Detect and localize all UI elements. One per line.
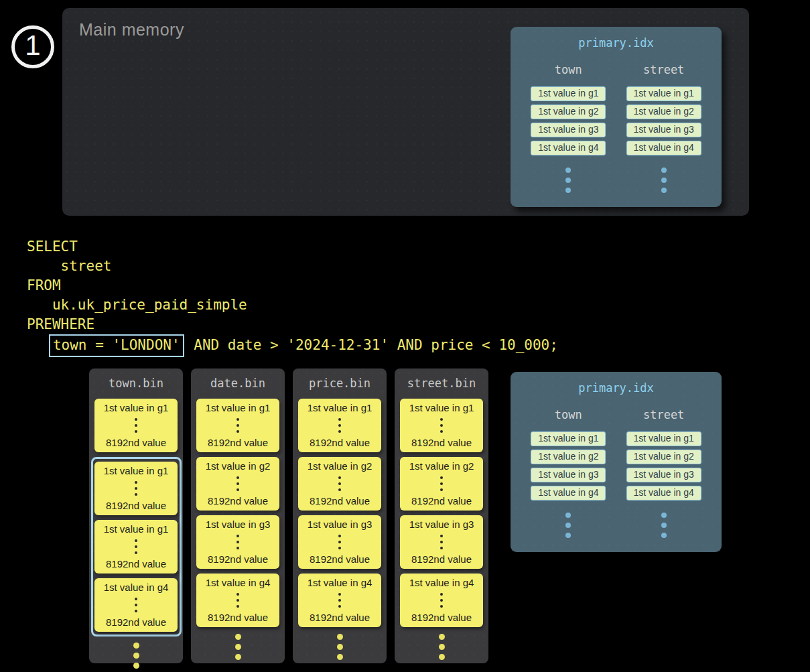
- granule-block: 1st value in g2 8192nd value: [196, 457, 279, 511]
- idx-entry: 1st value in g2: [626, 105, 701, 119]
- sql-line: SELECT: [27, 237, 558, 257]
- ellipsis-dots-icon: [565, 510, 571, 540]
- sql-line: PREWHERE: [27, 315, 558, 334]
- sql-query: SELECT street FROM uk.uk_price_paid_simp…: [27, 237, 558, 357]
- primary-idx-card-memory: primary.idx town 1st value in g1 1st val…: [511, 27, 722, 207]
- granule-first-value: 1st value in g4: [196, 577, 279, 588]
- ellipsis-dots-icon: [298, 591, 381, 609]
- idx-entry: 1st value in g4: [626, 486, 701, 500]
- granule-last-value: 8192nd value: [94, 558, 178, 569]
- idx-column-town: town 1st value in g1 1st value in g2 1st…: [531, 408, 606, 540]
- ellipsis-dots-icon: [196, 416, 279, 434]
- granule-block: 1st value in g4 8192nd value: [94, 578, 178, 632]
- granule-block: 1st value in g4 8192nd value: [196, 574, 279, 627]
- granule-first-value: 1st value in g4: [298, 577, 381, 588]
- ellipsis-dots-icon: [196, 533, 279, 551]
- bin-column-date: date.bin 1st value in g1 8192nd value 1s…: [191, 368, 285, 663]
- idx-entry: 1st value in g1: [626, 86, 701, 101]
- ellipsis-dots-icon: [94, 537, 178, 555]
- idx-entry: 1st value in g3: [626, 123, 701, 137]
- idx-entry: 1st value in g2: [531, 105, 606, 119]
- idx-entry: 1st value in g3: [531, 468, 606, 482]
- granule-first-value: 1st value in g1: [94, 402, 178, 413]
- granule-block: 1st value in g2 8192nd value: [400, 457, 483, 511]
- granule-block: 1st value in g3 8192nd value: [400, 515, 483, 569]
- granule-first-value: 1st value in g1: [94, 523, 178, 535]
- ellipsis-dots-icon: [94, 596, 178, 614]
- idx-column-street: street 1st value in g1 1st value in g2 1…: [626, 63, 701, 195]
- granule-last-value: 8192nd value: [196, 553, 279, 565]
- granule-first-value: 1st value in g2: [400, 460, 483, 472]
- bin-file-name: date.bin: [191, 377, 285, 390]
- ellipsis-dots-icon: [94, 416, 178, 434]
- granule-block: 1st value in g1 8192nd value: [94, 462, 178, 515]
- granule-first-value: 1st value in g3: [400, 519, 483, 530]
- selected-granules-highlight: 1st value in g1 8192nd value 1st value i…: [91, 457, 182, 636]
- granule-first-value: 1st value in g3: [298, 519, 381, 530]
- primary-idx-card-disk: primary.idx town 1st value in g1 1st val…: [511, 372, 722, 552]
- ellipsis-dots-icon: [395, 632, 488, 662]
- idx-column-name: town: [555, 408, 582, 421]
- granule-block: 1st value in g4 8192nd value: [400, 574, 483, 627]
- idx-entry: 1st value in g2: [531, 450, 606, 464]
- granule-last-value: 8192nd value: [298, 553, 381, 565]
- granule-block: 1st value in g4 8192nd value: [298, 574, 381, 627]
- idx-entry: 1st value in g3: [531, 123, 606, 137]
- ellipsis-dots-icon: [298, 416, 381, 434]
- granule-first-value: 1st value in g2: [298, 460, 381, 472]
- granule-last-value: 8192nd value: [400, 495, 483, 507]
- granule-first-value: 1st value in g1: [196, 402, 279, 413]
- granule-last-value: 8192nd value: [298, 495, 381, 507]
- idx-entry: 1st value in g1: [626, 431, 701, 446]
- ellipsis-dots-icon: [661, 510, 667, 540]
- bin-column-street: street.bin 1st value in g1 8192nd value …: [395, 368, 488, 663]
- sql-line: FROM: [27, 276, 558, 295]
- granule-block: 1st value in g1 8192nd value: [94, 399, 178, 452]
- idx-entry: 1st value in g2: [626, 450, 701, 464]
- granule-last-value: 8192nd value: [400, 437, 483, 448]
- granule-last-value: 8192nd value: [196, 437, 279, 448]
- granule-last-value: 8192nd value: [400, 553, 483, 565]
- granule-block: 1st value in g1 8192nd value: [298, 399, 381, 452]
- bin-column-town: town.bin 1st value in g1 8192nd value 1s…: [89, 368, 183, 663]
- granule-first-value: 1st value in g1: [400, 402, 483, 413]
- main-memory-title: Main memory: [79, 20, 184, 40]
- granule-first-value: 1st value in g4: [94, 582, 178, 593]
- idx-column-name: street: [643, 408, 684, 421]
- ellipsis-dots-icon: [196, 474, 279, 492]
- granule-first-value: 1st value in g1: [94, 465, 178, 476]
- idx-column-street: street 1st value in g1 1st value in g2 1…: [626, 408, 701, 540]
- granule-block: 1st value in g3 8192nd value: [196, 515, 279, 569]
- ellipsis-dots-icon: [191, 632, 285, 662]
- granule-last-value: 8192nd value: [196, 495, 279, 507]
- sql-line: street: [27, 257, 558, 276]
- ellipsis-dots-icon: [400, 416, 483, 434]
- idx-entry: 1st value in g1: [531, 86, 606, 101]
- granule-last-value: 8192nd value: [400, 612, 483, 623]
- idx-entry: 1st value in g4: [626, 141, 701, 155]
- step-badge: 1: [11, 25, 54, 68]
- bin-column-price: price.bin 1st value in g1 8192nd value 1…: [293, 368, 387, 663]
- idx-column-town: town 1st value in g1 1st value in g2 1st…: [531, 63, 606, 195]
- granule-first-value: 1st value in g3: [196, 519, 279, 530]
- granule-first-value: 1st value in g4: [400, 577, 483, 588]
- primary-idx-columns: town 1st value in g1 1st value in g2 1st…: [511, 408, 722, 540]
- granule-last-value: 8192nd value: [94, 437, 178, 448]
- granule-last-value: 8192nd value: [94, 616, 178, 628]
- sql-rest: AND date > '2024-12-31' AND price < 10_0…: [186, 337, 558, 353]
- idx-entry: 1st value in g4: [531, 141, 606, 155]
- ellipsis-dots-icon: [89, 641, 183, 671]
- ellipsis-dots-icon: [196, 591, 279, 609]
- ellipsis-dots-icon: [400, 591, 483, 609]
- step-number: 1: [25, 31, 40, 60]
- granule-last-value: 8192nd value: [298, 612, 381, 623]
- granule-last-value: 8192nd value: [94, 500, 178, 511]
- granule-last-value: 8192nd value: [196, 612, 279, 623]
- ellipsis-dots-icon: [565, 165, 571, 195]
- ellipsis-dots-icon: [661, 165, 667, 195]
- ellipsis-dots-icon: [400, 533, 483, 551]
- ellipsis-dots-icon: [293, 632, 387, 662]
- idx-entry: 1st value in g4: [531, 486, 606, 500]
- granule-block: 1st value in g1 8192nd value: [196, 399, 279, 452]
- bin-file-name: town.bin: [89, 377, 183, 390]
